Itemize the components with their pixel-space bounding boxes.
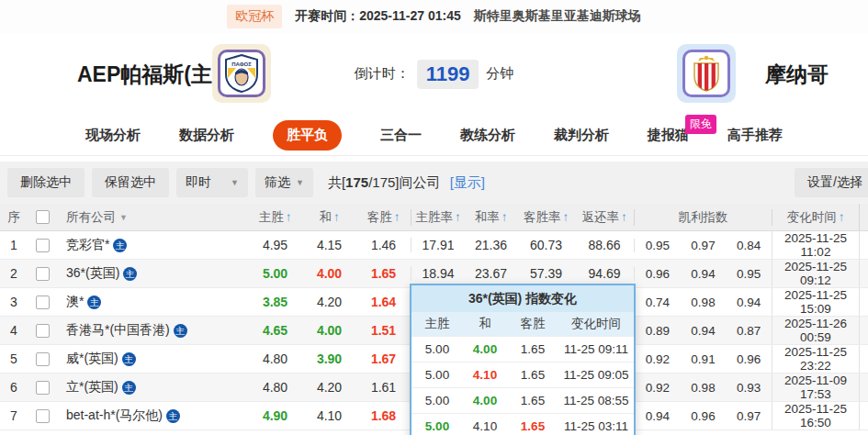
popup-home-odds: 5.00 [411, 419, 463, 433]
row-checkbox[interactable] [36, 381, 50, 395]
kelly-draw: 0.96 [681, 409, 727, 423]
home-team-name: AEP帕福斯(主) [77, 61, 220, 89]
sort-up-icon: ↑ [333, 210, 340, 224]
popup-header-row: 主胜 和 客胜 变化时间 [411, 312, 634, 336]
extra-cell [859, 317, 868, 344]
company-cell[interactable]: 立*(英国)主 [57, 379, 248, 396]
home-odds-cell: 3.85 [248, 295, 302, 309]
change-time-cell: 2025-11-09 17:53 [772, 374, 859, 401]
header-home-odds[interactable]: 主胜↑ [248, 209, 302, 226]
analysis-tabs: 现场分析 数据分析 胜平负 三合一 教练分析 裁判分析 捷报猫限免 高手推荐 [0, 115, 868, 156]
kelly-draw: 0.98 [681, 296, 727, 309]
away-odds-cell: 1.64 [356, 295, 411, 309]
popup-home-odds: 5.00 [411, 368, 463, 382]
tab-three-in-one[interactable]: 三合一 [380, 127, 422, 144]
header-draw-rate[interactable]: 和率↑ [465, 209, 517, 226]
kelly-away: 0.87 [726, 324, 772, 338]
count-number: 175 [345, 174, 368, 190]
kelly-draw: 0.94 [681, 267, 727, 281]
instant-odds-label: 即时 [186, 174, 211, 191]
header-away-label: 客胜 [367, 210, 392, 224]
row-checkbox[interactable] [36, 296, 50, 309]
header-home-rate[interactable]: 主胜率↑ [411, 209, 465, 226]
popup-draw-odds: 4.10 [463, 368, 507, 382]
filter-label: 筛选 [265, 174, 290, 191]
tab-jiebao-label: 捷报猫 [648, 127, 689, 142]
extra-cell [859, 345, 868, 373]
change-time-cell: 2025-11-25 16:50 [772, 402, 859, 429]
popup-change-time: 11-25 09:05 [558, 368, 634, 382]
sort-up-icon: ↑ [455, 210, 461, 224]
home-rate-cell: 18.94 [411, 266, 465, 281]
settings-select-button[interactable]: 设置/选择 [795, 168, 868, 197]
tab-data-analysis[interactable]: 数据分析 [179, 127, 234, 144]
change-time-cell: 2025-11-25 15:09 [772, 288, 859, 316]
company-cell[interactable]: 威*(英国)主 [57, 351, 248, 367]
kelly-home: 0.92 [635, 352, 681, 366]
kelly-away: 0.94 [726, 296, 772, 309]
tab-coach-analysis[interactable]: 教练分析 [460, 127, 515, 144]
sort-up-icon: ↑ [839, 210, 845, 224]
company-cell[interactable]: 竞彩官*主 [57, 237, 248, 253]
tab-referee-analysis[interactable]: 裁判分析 [554, 127, 609, 144]
popup-home-odds: 5.00 [411, 342, 463, 356]
instant-odds-dropdown[interactable]: 即时 ▼ [176, 168, 248, 197]
venue-name: 斯特里奥斯基里亚基迪斯球场 [474, 8, 641, 25]
show-link[interactable]: [显示] [450, 174, 485, 190]
away-odds-cell: 1.68 [356, 408, 411, 423]
kelly-home: 0.96 [635, 267, 681, 281]
kelly-cell: 0.740.980.94 [634, 296, 772, 309]
popup-row: 5.00 4.10 1.65 11-25 09:05 [411, 362, 634, 387]
select-all-checkbox[interactable] [36, 210, 50, 224]
kickoff-time: 开赛时间：2025-11-27 01:45 [295, 8, 461, 25]
popup-header-draw: 和 [463, 316, 507, 332]
company-cell[interactable]: 澳*主 [57, 294, 248, 310]
odds-comparison-page: 欧冠杯 开赛时间：2025-11-27 01:45 斯特里奥斯基里亚基迪斯球场 … [0, 0, 868, 435]
company-cell[interactable]: 36*(英国)主 [57, 265, 248, 282]
tab-live-analysis[interactable]: 现场分析 [85, 127, 141, 144]
home-odds-cell: 5.00 [248, 266, 302, 281]
tab-expert-picks[interactable]: 高手推荐 [727, 127, 783, 144]
popup-title: 36*(英国) 指数变化 [411, 285, 634, 312]
popup-row: 5.00 4.00 1.65 11-25 09:11 [411, 336, 634, 362]
tab-jiebao-cat[interactable]: 捷报猫限免 [648, 127, 689, 144]
popup-change-time: 11-25 08:55 [558, 394, 634, 407]
company-cell[interactable]: 香港马*(中国香港)主 [57, 322, 248, 339]
caret-down-icon: ▼ [119, 213, 128, 222]
header-company[interactable]: 所有公司▼ [57, 209, 248, 226]
row-checkbox[interactable] [36, 239, 50, 252]
keep-selected-button[interactable]: 保留选中 [92, 168, 169, 197]
row-checkbox[interactable] [36, 267, 50, 281]
header-away-rate[interactable]: 客胜率↑ [517, 209, 575, 226]
company-cell[interactable]: bet-at-h*(马尔他)主 [57, 407, 248, 424]
header-away-odds[interactable]: 客胜↑ [356, 209, 411, 226]
company-count: 共[175/175]间公司 [显示] [328, 174, 485, 192]
kelly-home: 0.95 [635, 239, 681, 252]
header-company-label: 所有公司 [66, 209, 116, 226]
kelly-home: 0.94 [635, 409, 681, 423]
company-name: 36*(英国) [66, 265, 119, 282]
kelly-away: 0.93 [726, 381, 772, 395]
draw-odds-cell: 4.20 [302, 295, 356, 309]
row-checkbox-cell [28, 323, 57, 339]
header-change-time[interactable]: 变化时间↑ [772, 209, 859, 226]
row-checkbox[interactable] [36, 352, 50, 366]
company-name: 澳* [66, 294, 84, 310]
draw-odds-cell: 4.15 [302, 238, 356, 252]
header-draw-odds[interactable]: 和↑ [302, 209, 356, 226]
pafos-crest-icon: ΠΑΦΟΣ [218, 50, 265, 97]
row-checkbox[interactable] [36, 324, 50, 338]
row-checkbox[interactable] [36, 409, 50, 423]
kelly-draw: 0.97 [681, 239, 727, 252]
popup-draw-odds: 4.00 [463, 394, 507, 407]
company-name: 立*(英国) [66, 379, 118, 396]
sort-up-icon: ↑ [286, 210, 292, 224]
filter-dropdown[interactable]: 筛选 ▼ [255, 168, 313, 197]
delete-selected-button[interactable]: 删除选中 [7, 168, 85, 197]
away-team-logo [677, 44, 736, 103]
tab-win-draw-lose[interactable]: 胜平负 [273, 120, 342, 151]
header-return-rate[interactable]: 返还率↑ [575, 209, 634, 226]
home-odds-cell: 4.80 [248, 351, 302, 366]
popup-change-time: 11-25 09:11 [558, 342, 634, 356]
row-checkbox-cell [28, 351, 57, 367]
